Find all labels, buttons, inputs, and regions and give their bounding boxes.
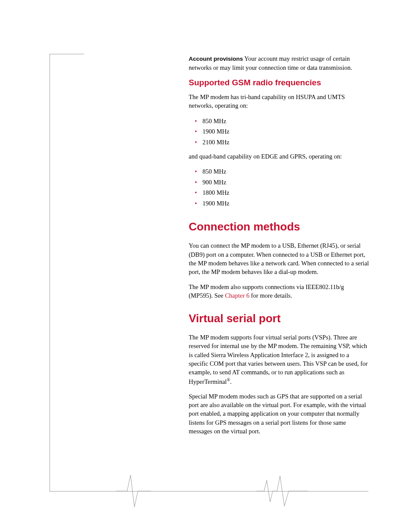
margin-rule-top <box>50 54 84 54</box>
vsp-p1b: . <box>230 378 232 385</box>
freq-intro-2: and quad-band capability on EDGE and GPR… <box>189 152 370 161</box>
heading-supported-frequencies: Supported GSM radio frequencies <box>189 78 370 87</box>
freq-list-1: 850 MHz 1900 MHz 2100 MHz <box>189 116 370 147</box>
connection-p2: The MP modem also supports connections v… <box>189 283 370 300</box>
page: Account provisions Your account may rest… <box>0 0 411 532</box>
list-item: 850 MHz <box>189 167 370 176</box>
heading-connection-methods: Connection methods <box>189 220 370 233</box>
vsp-p2: Special MP modem modes such as GPS that … <box>189 392 370 436</box>
list-item: 2100 MHz <box>189 137 370 147</box>
list-item: 1900 MHz <box>189 199 370 208</box>
freq-intro-1: The MP modem has tri-band capability on … <box>189 93 370 110</box>
list-item: 1800 MHz <box>189 188 370 197</box>
intro-paragraph: Account provisions Your account may rest… <box>189 54 370 72</box>
list-item: 850 MHz <box>189 116 370 126</box>
registered-mark: ® <box>227 377 230 382</box>
margin-rule-vertical <box>50 54 50 491</box>
freq-list-2: 850 MHz 900 MHz 1800 MHz 1900 MHz <box>189 167 370 208</box>
connection-p1: You can connect the MP modem to a USB, E… <box>189 241 370 276</box>
chapter-link[interactable]: Chapter 6 <box>225 292 249 299</box>
vsp-p1a: The MP modem supports four virtual seria… <box>189 334 367 385</box>
vsp-p1: The MP modem supports four virtual seria… <box>189 333 370 386</box>
list-item: 900 MHz <box>189 177 370 187</box>
heading-virtual-serial-port: Virtual serial port <box>189 312 370 325</box>
intro-lead: Account provisions <box>189 56 243 62</box>
content-column: Account provisions Your account may rest… <box>189 54 370 442</box>
margin-rule-bottom <box>50 491 368 492</box>
connection-p2b: for more details. <box>249 292 292 299</box>
list-item: 1900 MHz <box>189 127 370 136</box>
